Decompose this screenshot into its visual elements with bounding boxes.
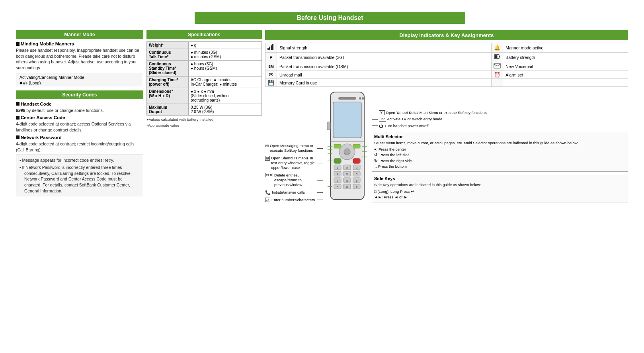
svg-text:9: 9 <box>356 179 357 182</box>
label-shortcuts: ⊞ Open Shortcuts menu. In text entry win… <box>265 156 323 171</box>
unread-mail-desc: Unread mail <box>277 71 492 79</box>
specifications-header: Specifications <box>146 30 262 39</box>
spec-value-weight: ● g <box>189 42 262 49</box>
signal-strength-icon <box>265 43 277 53</box>
side-keys-title: Side Keys <box>374 176 626 181</box>
label-numbers: 1# Enter numbers/characters <box>265 198 323 202</box>
bullet-icon-2 <box>16 102 20 106</box>
svg-text:#: # <box>356 186 357 188</box>
manner-mode-icon: 🔔 <box>492 43 503 53</box>
indicator-row-1: Signal strength 🔔 Manner mode active <box>265 43 628 53</box>
side-keys-body: Side Key operations are indicated in thi… <box>374 182 626 187</box>
activating-box: Activating/Canceling Manner Mode ■ #♪ (L… <box>16 73 143 87</box>
svg-point-17 <box>344 149 350 155</box>
messaging-icon: ✉ <box>265 143 269 149</box>
indicator-row-5: 💾 Memory Card in use <box>265 79 628 87</box>
spec-label-talk: ContinuousTalk Time* <box>147 49 189 61</box>
spec-value-output: 0.25 W (3G)2.0 W (GSM) <box>189 104 262 116</box>
display-indicators-column: Display Indicators & Key Assignments <box>265 30 628 202</box>
label-tv: TV Activate TV or switch entry mode <box>372 117 628 122</box>
voicemail-icon <box>492 62 503 71</box>
spec-value-dimensions: ● x ● x ● mm(Slider closed, withoutprotr… <box>189 88 262 104</box>
svg-point-13 <box>362 97 364 100</box>
indicator-row-4: ✉ Unread mail ⏰ Alarm set <box>265 71 628 79</box>
indicator-row-2: P Packet transmission available (3G) Bat… <box>265 53 628 62</box>
phone-right-area: Y! Open Yahoo! Keitai Main Menu or execu… <box>372 110 628 202</box>
svg-rect-6 <box>495 55 498 58</box>
svg-rect-7 <box>494 63 500 68</box>
svg-text:1: 1 <box>337 167 338 169</box>
center-access-body: 4-digit code selected at contract; acces… <box>16 121 143 133</box>
svg-rect-18 <box>327 122 330 130</box>
center-access-title: Center Access Code <box>16 115 143 120</box>
manner-mode-section: Manner Mode Minding Mobile Manners Pleas… <box>16 30 143 87</box>
network-pw-title: Network Password <box>16 135 143 140</box>
spec-value-talk: ● minutes (3G)● minutes (GSM) <box>189 49 262 61</box>
multi-selector-box: Multi Selector Select menu items, move c… <box>372 132 628 172</box>
svg-text:4: 4 <box>337 173 338 176</box>
label-power: ⏻ Turn handset power on/off <box>372 124 628 128</box>
handset-code-body: 9999 by default; use or change some func… <box>16 108 143 114</box>
spec-row-charging: Charging Time*(power off) AC Charger: ● … <box>147 76 262 88</box>
spec-note-1: ●Values calculated with battery installe… <box>146 117 262 122</box>
svg-rect-11 <box>338 97 356 100</box>
yahoo-icon: Y! <box>379 110 385 115</box>
side-keys-box: Side Keys Side Key operations are indica… <box>372 174 628 202</box>
unread-mail-icon: ✉ <box>265 71 277 79</box>
tv-icon: TV <box>379 117 386 122</box>
phone-right-labels: Y! Open Yahoo! Keitai Main Menu or execu… <box>372 110 628 128</box>
battery-desc: Battery strength <box>503 53 628 62</box>
bullet-icon-4 <box>16 135 20 139</box>
svg-text:2: 2 <box>346 167 348 169</box>
power-icon: ⏻ <box>379 124 383 128</box>
packet-3g-desc: Packet transmission available (3G) <box>277 53 492 62</box>
phone-diagram: 1 2 3 4 5 6 <box>324 90 370 202</box>
spec-row-weight: Weight* ● g <box>147 42 262 49</box>
svg-text:5: 5 <box>346 173 348 176</box>
alarm-icon: ⏰ <box>492 71 503 79</box>
svg-rect-45 <box>334 159 341 163</box>
call-icon: 📞 <box>265 190 271 195</box>
svg-rect-14 <box>333 102 361 138</box>
manner-mode-header: Manner Mode <box>16 30 143 39</box>
bullet-icon-3 <box>16 116 20 120</box>
activating-title: Activating/Canceling Manner Mode <box>20 75 140 80</box>
spec-label-weight: Weight* <box>147 42 189 49</box>
svg-rect-46 <box>353 159 360 163</box>
packet-gsm-desc: Packet transmission available (GSM) <box>277 62 492 71</box>
minding-title: Minding Mobile Manners <box>16 41 143 46</box>
spec-label-charging: Charging Time*(power off) <box>147 76 189 88</box>
svg-rect-2 <box>271 45 272 50</box>
svg-rect-0 <box>267 48 269 50</box>
svg-line-8 <box>494 64 497 66</box>
svg-rect-5 <box>499 56 500 57</box>
svg-text:7: 7 <box>337 179 338 182</box>
left-column: Manner Mode Minding Mobile Manners Pleas… <box>16 30 143 202</box>
memory-card-icon: 💾 <box>265 79 277 87</box>
label-yahoo: Y! Open Yahoo! Keitai Main Menu or execu… <box>372 110 628 115</box>
svg-rect-3 <box>272 44 273 50</box>
handset-code-title: Handset Code <box>16 102 143 106</box>
spec-row-output: MaximumOutput 0.25 W (3G)2.0 W (GSM) <box>147 104 262 116</box>
spec-label-dimensions: Dimensions*(W x H x D) <box>147 88 189 104</box>
packet-gsm-icon: SM <box>265 62 277 71</box>
warning-bullets: • Message appears for incorrect code ent… <box>16 155 143 197</box>
indicators-table: Signal strength 🔔 Manner mode active P P… <box>265 43 628 87</box>
multi-selector-title: Multi Selector <box>374 134 626 139</box>
signal-strength-desc: Signal strength <box>277 43 492 53</box>
minding-body: Please use handset responsibly. Inapprop… <box>16 47 143 71</box>
svg-text:0: 0 <box>346 186 348 188</box>
svg-text:3: 3 <box>356 167 357 169</box>
security-codes-header: Security Codes <box>16 90 143 99</box>
svg-text:*: * <box>337 186 338 188</box>
svg-point-12 <box>359 97 361 100</box>
svg-rect-43 <box>334 144 341 148</box>
spec-label-output: MaximumOutput <box>147 104 189 116</box>
packet-3g-icon: P <box>265 53 277 62</box>
spec-value-standby: ● hours (3G)● hours (GSM) <box>189 61 262 76</box>
label-messaging: ✉ Open Messaging menu or execute Softkey… <box>265 143 323 153</box>
voicemail-desc: New Voicemail <box>503 62 628 71</box>
network-pw-body: 4-digit code selected at contract; restr… <box>16 141 143 153</box>
shortcuts-icon: ⊞ <box>265 156 270 161</box>
security-codes-section: Security Codes Handset Code 9999 by defa… <box>16 90 143 198</box>
